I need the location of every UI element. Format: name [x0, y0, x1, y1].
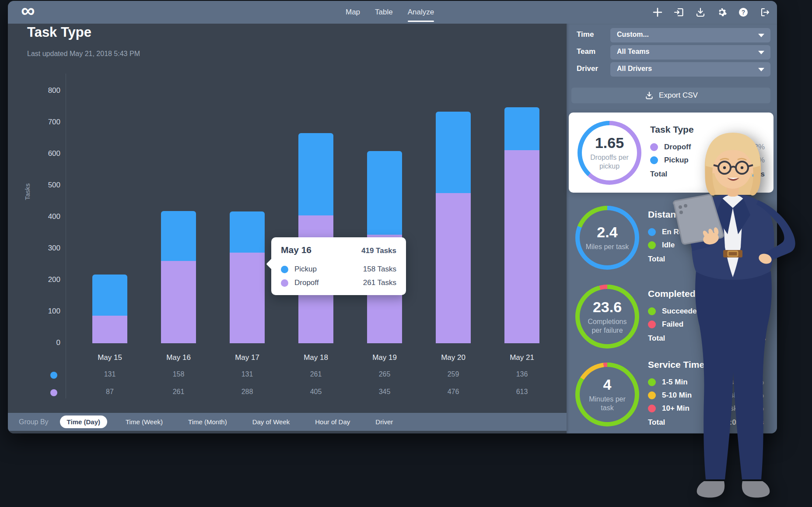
series-count: 261 — [282, 370, 350, 378]
group-option-day-of-week[interactable]: Day of Week — [245, 415, 297, 428]
settings-icon[interactable] — [717, 7, 727, 18]
chart-tooltip: May 16 419 Tasks Pickup 158 Tasks Dropof… — [271, 237, 406, 295]
onfleet-logo-icon: ∞ — [21, 1, 35, 22]
dropdown-value: Custom... — [617, 31, 649, 39]
bar-may-20[interactable] — [436, 112, 471, 343]
time-dropdown[interactable]: Custom... — [610, 28, 770, 42]
stat-big-label: Miles per task — [583, 243, 631, 251]
help-icon[interactable]: ? — [738, 7, 749, 18]
series-count: 265 — [350, 370, 419, 378]
dropdown-value: All Drivers — [617, 65, 652, 73]
pickup-segment — [504, 107, 539, 150]
series-count: 288 — [213, 388, 281, 396]
chevron-down-icon — [758, 34, 764, 37]
x-tick-label: May 19 — [350, 353, 419, 362]
dropoff-segment — [504, 150, 539, 343]
donut-ring: 1.65Dropoffs per pickup — [578, 121, 641, 185]
group-option-time-month-[interactable]: Time (Month) — [181, 415, 234, 428]
donut-center: 2.4Miles per task — [580, 210, 635, 265]
donut-ring: 2.4Miles per task — [575, 206, 639, 270]
team-dropdown[interactable]: All Teams — [610, 45, 770, 60]
donut-column: 2.4Miles per task — [567, 206, 648, 270]
pickup-segment — [298, 133, 333, 215]
series-count: 136 — [488, 370, 556, 378]
filter-label: Time — [577, 30, 594, 39]
pickup-dot-icon — [281, 266, 288, 273]
add-icon[interactable] — [652, 7, 663, 18]
navbar: ∞ MapTableAnalyze ? — [8, 1, 777, 24]
tooltip-row: Pickup 158 Tasks — [281, 265, 396, 274]
tab-map[interactable]: Map — [346, 1, 360, 24]
group-by-options: Time (Day)Time (Week)Time (Month)Day of … — [60, 415, 400, 428]
pickup-segment — [436, 112, 471, 193]
filter-row-driver: DriverAll Drivers — [567, 62, 777, 77]
legend-dot-icon — [650, 156, 658, 164]
dropoff-segment — [92, 316, 127, 343]
tooltip-header: May 16 419 Tasks — [281, 245, 396, 255]
x-tick-label: May 16 — [144, 353, 213, 362]
stat-big-value: 1.65 — [595, 134, 624, 151]
group-by-bar: Group By Time (Day)Time (Week)Time (Mont… — [8, 413, 567, 431]
legend-dot-icon — [650, 143, 658, 151]
bar-may-21[interactable] — [504, 107, 539, 343]
x-tick-label: May 20 — [419, 353, 487, 362]
dropoff-segment — [436, 193, 471, 343]
person-illustration — [667, 129, 807, 506]
tab-analyze[interactable]: Analyze — [408, 1, 434, 24]
group-option-time-day-[interactable]: Time (Day) — [60, 415, 107, 428]
stat-big-label: Dropoffs per pickup — [585, 153, 634, 171]
group-option-time-week-[interactable]: Time (Week) — [119, 415, 170, 428]
legend-dot-icon — [648, 405, 656, 412]
x-tick-label: May 17 — [213, 353, 281, 362]
donut-column: 4Minutes per task — [567, 363, 648, 426]
y-tick: 800 — [8, 86, 60, 95]
donut-center: 4Minutes per task — [580, 367, 635, 422]
bar-may-15[interactable] — [92, 275, 127, 343]
y-tick: 400 — [8, 212, 60, 221]
tooltip-row: Dropoff 261 Tasks — [281, 278, 396, 287]
screenshot-stage: ∞ MapTableAnalyze ? Task Type Last updat… — [0, 0, 812, 507]
y-tick: 100 — [8, 307, 60, 316]
group-option-driver[interactable]: Driver — [368, 415, 400, 428]
tab-table[interactable]: Table — [375, 1, 393, 24]
legend-dot-icon — [648, 391, 656, 399]
bar-may-16[interactable] — [161, 211, 196, 343]
donut-ring: 23.6Completions per failure — [575, 285, 639, 349]
dropoff-segment — [230, 253, 265, 343]
dropoff-legend-dot-icon — [50, 389, 57, 396]
stat-big-value: 23.6 — [593, 299, 622, 316]
dropdown-value: All Teams — [617, 48, 649, 56]
driver-dropdown[interactable]: All Drivers — [610, 62, 770, 77]
download-icon[interactable] — [695, 7, 706, 18]
bar-may-17[interactable] — [230, 211, 265, 343]
download-icon — [644, 90, 654, 101]
series-count: 261 — [144, 388, 213, 396]
dropoff-segment — [161, 261, 196, 343]
export-csv-button[interactable]: Export CSV — [571, 88, 770, 103]
donut-column: 1.65Dropoffs per pickup — [569, 121, 650, 185]
pickup-segment — [367, 151, 402, 235]
import-icon[interactable] — [674, 7, 684, 18]
series-count: 131 — [76, 370, 144, 378]
filter-label: Team — [577, 47, 595, 56]
donut-center: 1.65Dropoffs per pickup — [582, 125, 637, 180]
tooltip-total: 419 Tasks — [361, 246, 396, 255]
y-tick: 0 — [8, 338, 60, 347]
y-tick: 600 — [8, 149, 60, 158]
dropoff-dot-icon — [281, 279, 288, 287]
legend-dot-icon — [648, 228, 656, 236]
app-window: ∞ MapTableAnalyze ? Task Type Last updat… — [8, 1, 777, 433]
legend-dot-icon — [648, 241, 656, 249]
filter-label: Driver — [577, 64, 598, 73]
group-by-label: Group By — [19, 418, 49, 426]
pickup-segment — [230, 211, 265, 253]
page-title: Task Type — [27, 25, 91, 40]
y-tick: 700 — [8, 118, 60, 127]
x-tick-label: May 21 — [488, 353, 556, 362]
tooltip-title: May 16 — [281, 245, 312, 255]
stat-big-value: 4 — [603, 376, 612, 393]
logout-icon[interactable] — [760, 7, 770, 18]
group-option-hour-of-day[interactable]: Hour of Day — [308, 415, 357, 428]
tooltip-row-value: 261 Tasks — [363, 278, 396, 287]
y-tick: 300 — [8, 244, 60, 253]
